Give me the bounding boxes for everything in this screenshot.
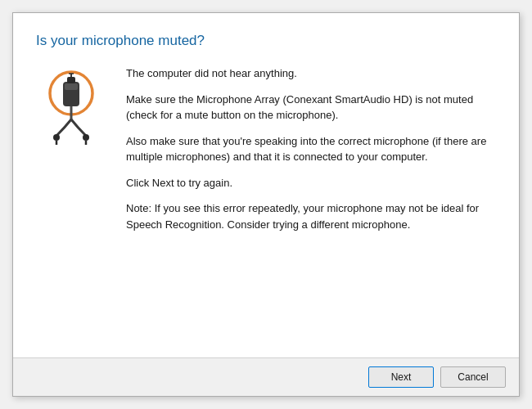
- dialog-window: Is your microphone muted?: [12, 12, 520, 397]
- text-content: The computer did not hear anything. Make…: [126, 65, 496, 341]
- paragraph-1: The computer did not hear anything.: [126, 65, 496, 82]
- microphone-svg: [40, 69, 106, 146]
- next-button[interactable]: Next: [368, 366, 434, 388]
- paragraph-5: Note: If you see this error repeatedly, …: [126, 200, 496, 232]
- paragraph-2: Make sure the Microphone Array (Conexant…: [126, 92, 496, 124]
- cancel-button[interactable]: Cancel: [440, 366, 506, 388]
- svg-rect-2: [65, 83, 78, 90]
- dialog-footer: Next Cancel: [13, 357, 519, 396]
- svg-point-4: [53, 134, 60, 141]
- microphone-illustration: [36, 65, 110, 341]
- paragraph-4: Click Next to try again.: [126, 175, 496, 191]
- dialog-body: The computer did not hear anything. Make…: [36, 65, 496, 341]
- dialog-content: Is your microphone muted?: [13, 13, 519, 357]
- dialog-title: Is your microphone muted?: [36, 33, 496, 49]
- paragraph-3: Also make sure that you're speaking into…: [126, 133, 496, 165]
- svg-rect-8: [67, 77, 75, 83]
- svg-point-6: [83, 134, 89, 141]
